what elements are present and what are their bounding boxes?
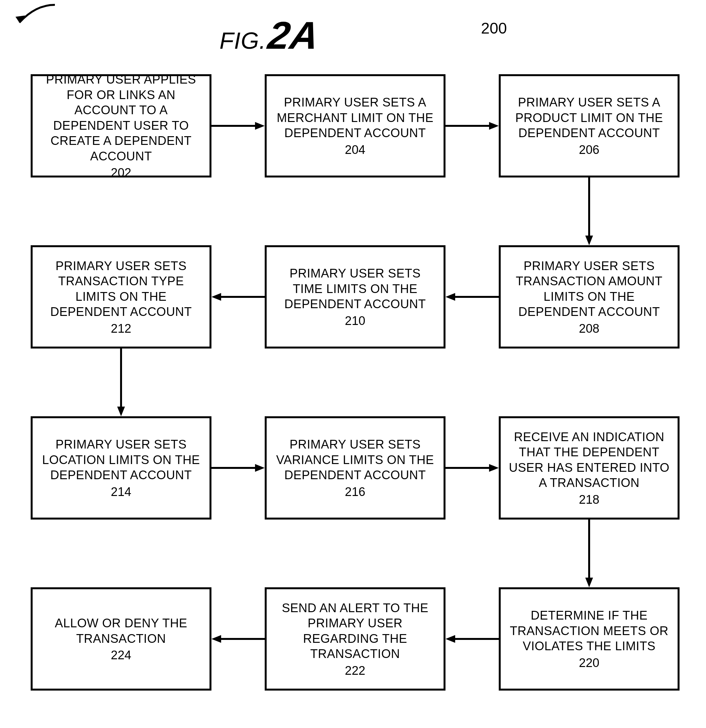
figure-prefix: FIG. (220, 27, 266, 54)
arrow-204-206 (446, 121, 499, 131)
box-218-text: RECEIVE AN INDICATION THAT THE DEPENDENT… (507, 429, 671, 491)
reference-arrow (0, 0, 58, 39)
svg-marker-4 (489, 122, 499, 130)
arrow-218-220 (584, 520, 594, 587)
box-208-text: PRIMARY USER SETS TRANSACTION AMOUNT LIM… (507, 259, 671, 320)
box-222-text: SEND AN ALERT TO THE PRIMARY USER REGARD… (273, 601, 437, 662)
box-216-text: PRIMARY USER SETS VARIANCE LIMITS ON THE… (273, 437, 437, 483)
box-214-text: PRIMARY USER SETS LOCATION LIMITS ON THE… (39, 437, 203, 483)
box-212-num: 212 (111, 322, 131, 336)
box-204: PRIMARY USER SETS A MERCHANT LIMIT ON TH… (265, 74, 446, 178)
box-212-text: PRIMARY USER SETS TRANSACTION TYPE LIMIT… (39, 259, 203, 320)
arrow-206-208 (584, 178, 594, 245)
box-210: PRIMARY USER SETS TIME LIMITS ON THE DEP… (265, 245, 446, 348)
box-202: PRIMARY USER APPLIES FOR OR LINKS AN ACC… (31, 74, 211, 178)
box-222: SEND AN ALERT TO THE PRIMARY USER REGARD… (265, 587, 446, 690)
box-216-num: 216 (345, 485, 365, 499)
box-218: RECEIVE AN INDICATION THAT THE DEPENDENT… (499, 416, 680, 520)
box-208-num: 208 (579, 322, 599, 336)
svg-marker-16 (489, 464, 499, 472)
box-210-text: PRIMARY USER SETS TIME LIMITS ON THE DEP… (273, 266, 437, 312)
box-220-num: 220 (579, 656, 599, 670)
figure-title: FIG. 2A (220, 13, 318, 58)
svg-marker-8 (446, 293, 455, 301)
svg-marker-20 (446, 635, 455, 643)
svg-marker-22 (211, 635, 221, 643)
box-206: PRIMARY USER SETS A PRODUCT LIMIT ON THE… (499, 74, 680, 178)
box-224: ALLOW OR DENY THE TRANSACTION 224 (31, 587, 211, 690)
box-224-num: 224 (111, 648, 131, 662)
arrow-212-214 (116, 348, 126, 416)
box-206-text: PRIMARY USER SETS A PRODUCT LIMIT ON THE… (507, 95, 671, 141)
box-218-num: 218 (579, 493, 599, 507)
box-208: PRIMARY USER SETS TRANSACTION AMOUNT LIM… (499, 245, 680, 348)
box-206-num: 206 (579, 143, 599, 157)
arrow-216-218 (446, 463, 499, 473)
box-216: PRIMARY USER SETS VARIANCE LIMITS ON THE… (265, 416, 446, 520)
box-220: DETERMINE IF THE TRANSACTION MEETS OR VI… (499, 587, 680, 690)
arrow-202-204 (211, 121, 265, 131)
box-204-text: PRIMARY USER SETS A MERCHANT LIMIT ON TH… (273, 95, 437, 141)
box-224-text: ALLOW OR DENY THE TRANSACTION (39, 616, 203, 646)
box-220-text: DETERMINE IF THE TRANSACTION MEETS OR VI… (507, 608, 671, 654)
svg-marker-6 (585, 235, 593, 245)
arrow-220-222 (446, 634, 499, 644)
arrow-210-212 (211, 292, 265, 302)
arrow-208-210 (446, 292, 499, 302)
figure-number: 2A (265, 13, 322, 58)
svg-marker-18 (585, 578, 593, 587)
figure-reference-number: 200 (481, 19, 507, 37)
box-204-num: 204 (345, 143, 365, 157)
svg-marker-14 (255, 464, 265, 472)
arrow-214-216 (211, 463, 265, 473)
box-222-num: 222 (345, 664, 365, 677)
box-210-num: 210 (345, 314, 365, 328)
flowchart-canvas: FIG. 2A 200 PRIMARY USER APPLIES FOR OR … (0, 0, 706, 728)
box-214: PRIMARY USER SETS LOCATION LIMITS ON THE… (31, 416, 211, 520)
box-202-num: 202 (111, 166, 131, 180)
box-212: PRIMARY USER SETS TRANSACTION TYPE LIMIT… (31, 245, 211, 348)
svg-marker-12 (117, 407, 125, 416)
svg-marker-10 (211, 293, 221, 301)
arrow-222-224 (211, 634, 265, 644)
box-214-num: 214 (111, 485, 131, 499)
box-202-text: PRIMARY USER APPLIES FOR OR LINKS AN ACC… (39, 72, 203, 164)
svg-marker-2 (255, 122, 265, 130)
